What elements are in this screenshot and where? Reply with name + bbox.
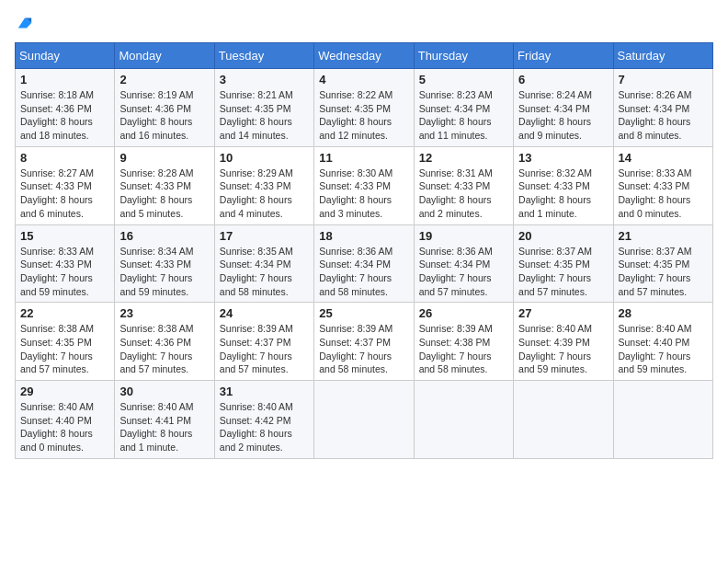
day-info: Sunrise: 8:39 AM Sunset: 4:37 PM Dayligh… [319,322,408,376]
sunset-time: Sunset: 4:33 PM [518,180,590,191]
sunrise-time: Sunrise: 8:28 AM [119,167,193,178]
daylight-hours: Daylight: 7 hours and 59 minutes. [20,272,93,297]
sunrise-time: Sunrise: 8:24 AM [518,89,592,100]
sunrise-time: Sunrise: 8:27 AM [20,167,94,178]
calendar-cell: 15 Sunrise: 8:33 AM Sunset: 4:33 PM Dayl… [16,224,115,303]
day-number: 3 [220,73,309,86]
day-info: Sunrise: 8:18 AM Sunset: 4:36 PM Dayligh… [20,88,109,143]
day-number: 22 [20,306,109,320]
sunset-time: Sunset: 4:34 PM [619,103,690,114]
calendar-cell: 6 Sunrise: 8:24 AM Sunset: 4:34 PM Dayli… [514,69,613,147]
sunset-time: Sunset: 4:42 PM [220,415,291,426]
calendar-cell: 12 Sunrise: 8:31 AM Sunset: 4:33 PM Dayl… [414,146,513,224]
sunrise-time: Sunrise: 8:31 AM [419,167,493,178]
daylight-hours: Daylight: 7 hours and 58 minutes. [220,272,292,297]
calendar-cell: 22 Sunrise: 8:38 AM Sunset: 4:35 PM Dayl… [16,303,115,381]
calendar-cell: 9 Sunrise: 8:28 AM Sunset: 4:33 PM Dayli… [115,146,214,224]
calendar-cell [314,381,414,459]
sunset-time: Sunset: 4:33 PM [319,180,391,191]
sunset-time: Sunset: 4:36 PM [20,103,92,114]
sunset-time: Sunset: 4:34 PM [419,259,491,270]
sunset-time: Sunset: 4:37 PM [220,337,291,348]
day-number: 19 [419,229,508,243]
day-number: 17 [220,229,309,243]
sunset-time: Sunset: 4:33 PM [20,180,92,191]
sunset-time: Sunset: 4:34 PM [419,103,491,114]
day-number: 9 [119,151,209,165]
day-info: Sunrise: 8:37 AM Sunset: 4:35 PM Dayligh… [518,245,608,299]
day-number: 13 [518,151,608,165]
daylight-hours: Daylight: 8 hours and 16 minutes. [119,116,192,141]
logo [15,15,33,31]
sunrise-time: Sunrise: 8:37 AM [619,246,692,257]
day-info: Sunrise: 8:28 AM Sunset: 4:33 PM Dayligh… [119,167,209,221]
daylight-hours: Daylight: 7 hours and 59 minutes. [119,272,192,297]
day-info: Sunrise: 8:26 AM Sunset: 4:34 PM Dayligh… [619,88,708,143]
daylight-hours: Daylight: 7 hours and 58 minutes. [319,272,392,297]
sunrise-time: Sunrise: 8:39 AM [220,323,293,334]
sunset-time: Sunset: 4:34 PM [220,259,291,270]
page-header [15,15,713,31]
calendar-header: SundayMondayTuesdayWednesdayThursdayFrid… [16,43,713,69]
day-info: Sunrise: 8:40 AM Sunset: 4:40 PM Dayligh… [20,400,109,454]
sunset-time: Sunset: 4:35 PM [220,103,291,114]
calendar-cell: 14 Sunrise: 8:33 AM Sunset: 4:33 PM Dayl… [613,146,712,224]
calendar-table: SundayMondayTuesdayWednesdayThursdayFrid… [15,42,713,459]
calendar-cell: 13 Sunrise: 8:32 AM Sunset: 4:33 PM Dayl… [514,146,613,224]
day-number: 6 [518,73,608,86]
day-number: 23 [119,306,209,320]
sunset-time: Sunset: 4:33 PM [220,180,291,191]
day-number: 12 [419,151,508,165]
calendar-cell [514,381,613,459]
sunrise-time: Sunrise: 8:40 AM [119,401,193,412]
day-number: 24 [220,306,309,320]
day-number: 8 [20,151,109,165]
daylight-hours: Daylight: 8 hours and 3 minutes. [319,194,392,219]
sunrise-time: Sunrise: 8:38 AM [119,323,193,334]
sunrise-time: Sunrise: 8:22 AM [319,89,392,100]
day-info: Sunrise: 8:23 AM Sunset: 4:34 PM Dayligh… [419,88,508,143]
day-info: Sunrise: 8:33 AM Sunset: 4:33 PM Dayligh… [619,167,708,221]
daylight-hours: Daylight: 7 hours and 57 minutes. [419,272,492,297]
sunset-time: Sunset: 4:40 PM [619,337,690,348]
daylight-hours: Daylight: 8 hours and 0 minutes. [20,428,93,453]
weekday-header: Monday [115,43,214,69]
daylight-hours: Daylight: 8 hours and 14 minutes. [220,116,292,141]
sunrise-time: Sunrise: 8:33 AM [20,246,94,257]
day-info: Sunrise: 8:37 AM Sunset: 4:35 PM Dayligh… [619,245,708,299]
day-number: 4 [319,73,408,86]
sunrise-time: Sunrise: 8:35 AM [220,246,293,257]
calendar-cell: 8 Sunrise: 8:27 AM Sunset: 4:33 PM Dayli… [16,146,115,224]
calendar-cell [613,381,712,459]
sunset-time: Sunset: 4:33 PM [119,180,191,191]
day-number: 7 [619,73,708,86]
day-number: 16 [119,229,209,243]
day-number: 27 [518,306,608,320]
daylight-hours: Daylight: 8 hours and 11 minutes. [419,116,492,141]
logo-icon [17,15,33,31]
daylight-hours: Daylight: 7 hours and 58 minutes. [319,350,392,375]
day-number: 14 [619,151,708,165]
day-info: Sunrise: 8:35 AM Sunset: 4:34 PM Dayligh… [220,245,309,299]
weekday-header: Tuesday [214,43,313,69]
day-number: 2 [119,73,209,86]
day-info: Sunrise: 8:38 AM Sunset: 4:35 PM Dayligh… [20,322,109,376]
sunrise-time: Sunrise: 8:23 AM [419,89,493,100]
calendar-cell: 18 Sunrise: 8:36 AM Sunset: 4:34 PM Dayl… [314,224,414,303]
sunset-time: Sunset: 4:41 PM [119,415,191,426]
sunset-time: Sunset: 4:38 PM [419,337,491,348]
sunset-time: Sunset: 4:35 PM [20,337,92,348]
calendar-cell: 7 Sunrise: 8:26 AM Sunset: 4:34 PM Dayli… [613,69,712,147]
day-number: 28 [619,306,708,320]
day-info: Sunrise: 8:39 AM Sunset: 4:37 PM Dayligh… [220,322,309,376]
calendar-cell: 2 Sunrise: 8:19 AM Sunset: 4:36 PM Dayli… [115,69,214,147]
day-info: Sunrise: 8:40 AM Sunset: 4:40 PM Dayligh… [619,322,708,376]
day-info: Sunrise: 8:24 AM Sunset: 4:34 PM Dayligh… [518,88,608,143]
sunset-time: Sunset: 4:34 PM [518,103,590,114]
calendar-cell: 29 Sunrise: 8:40 AM Sunset: 4:40 PM Dayl… [16,381,115,459]
day-info: Sunrise: 8:19 AM Sunset: 4:36 PM Dayligh… [119,88,209,143]
sunset-time: Sunset: 4:36 PM [119,103,191,114]
weekday-header: Saturday [613,43,712,69]
daylight-hours: Daylight: 8 hours and 1 minute. [119,428,192,453]
calendar-cell: 23 Sunrise: 8:38 AM Sunset: 4:36 PM Dayl… [115,303,214,381]
